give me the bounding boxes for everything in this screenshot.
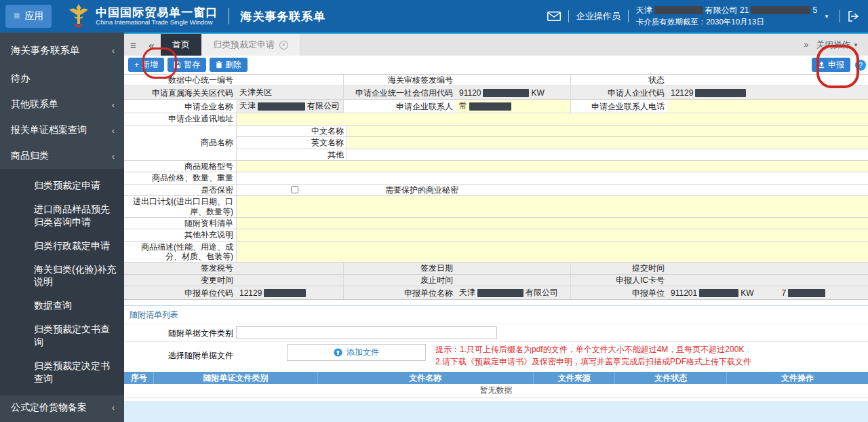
field-label: 选择随附单据文件: [124, 350, 236, 361]
app-menu-button[interactable]: ≡ 应用: [5, 5, 52, 28]
attachment-file-type-input[interactable]: [236, 326, 497, 339]
brand-block: 中国国际贸易单一窗口 China International Trade Sin…: [96, 6, 218, 26]
contact-person-input[interactable]: 常: [456, 100, 570, 113]
brand-title: 中国国际贸易单一窗口: [96, 6, 218, 20]
add-file-label: 添加文件: [347, 347, 379, 358]
header-divider: [840, 10, 840, 22]
declare-unit-field: 911201KW 7: [667, 286, 868, 299]
goods-name-other-input[interactable]: [347, 149, 868, 160]
empty-table-row: 暂无数据: [124, 384, 868, 398]
chevron-left-icon: ‹: [112, 151, 115, 161]
preruling-form: 数据中心统一编号 海关审核签发编号 状态 申请直属海关关区代码 天津关区 申请企…: [124, 74, 868, 300]
field-label: 商品描述(性能、用途、成分、材质、包装等): [124, 242, 236, 263]
redaction-box: [469, 102, 511, 111]
save-label: 暂存: [184, 59, 200, 71]
tab-scroll-right-icon[interactable]: »: [804, 40, 808, 50]
tab-close-icon[interactable]: ×: [279, 41, 288, 50]
goods-name-cn-input[interactable]: [347, 126, 868, 136]
upload-hint-line2: 2.请下载《预裁定申请书》及保密申明，填写并盖章完成后扫描成PDF格式上传下载文…: [435, 356, 868, 368]
main-area: ≡ « 首页 归类预裁定申请 × » 关闭操作 ▼: [124, 33, 868, 422]
goods-description-input[interactable]: [236, 242, 868, 263]
tab-bar-right: » 关闭操作 ▼: [804, 34, 868, 56]
field-label: 申请企业统一社会信用代码: [343, 86, 456, 99]
tab-label: 首页: [172, 39, 190, 51]
field-label: 签发日期: [343, 263, 456, 273]
confidential-checkbox[interactable]: [291, 186, 298, 193]
upload-icon: [818, 61, 825, 69]
submenu-item-classification-admin-ruling[interactable]: 归类行政裁定申请: [0, 234, 124, 258]
submenu-item-import-sample-preclassification[interactable]: 进口商品样品预先归类咨询申请: [0, 197, 124, 234]
field-label: 数据中心统一编号: [124, 75, 236, 85]
field-label: 海关审核签发编号: [343, 75, 456, 85]
column-header-file-source: 文件来源: [533, 372, 615, 384]
company-address-input[interactable]: [236, 113, 868, 124]
goods-name-en-input[interactable]: [347, 137, 868, 148]
field-label: 随附单据文件类别: [124, 328, 236, 339]
attachment-section-title: 随附清单列表: [124, 306, 868, 324]
field-label: 商品规格型号: [124, 161, 236, 172]
sidebar-item-commodity-classification[interactable]: 商品归类 ‹: [0, 143, 124, 169]
sidebar-item-declaration-archive-query[interactable]: 报关单证档案查询 ‹: [0, 117, 124, 143]
customs-district-field: 天津关区: [236, 86, 343, 99]
help-icon[interactable]: ?: [855, 60, 866, 71]
add-file-button[interactable]: 添加文件: [287, 344, 426, 361]
submenu-item-customs-classification-supplement[interactable]: 海关归类(化验)补充说明: [0, 258, 124, 294]
tab-home[interactable]: 首页: [161, 34, 201, 56]
column-header-file-name: 文件名称: [317, 372, 533, 384]
sidebar-item-other-contact-forms[interactable]: 其他联系单 ‹: [0, 92, 124, 117]
empty-data-text: 暂无数据: [124, 384, 868, 398]
field-label: 申请企业联系人电话: [570, 100, 667, 113]
tab-menu-icon[interactable]: ≡: [124, 34, 142, 56]
import-export-plan-input[interactable]: [236, 196, 868, 217]
add-button[interactable]: + 新增: [128, 58, 164, 72]
submenu-item-preruling-decision-query[interactable]: 归类预裁定决定书查询: [0, 354, 124, 391]
tab-classification-preruling[interactable]: 归类预裁定申请 ×: [201, 34, 300, 56]
header-divider: [568, 10, 569, 22]
close-operations-dropdown[interactable]: 关闭操作 ▼: [816, 39, 859, 51]
declare-button[interactable]: 申报: [812, 58, 850, 72]
trash-icon: [216, 61, 222, 69]
field-label: 进出口计划(进出口日期、口岸、数量等): [124, 196, 236, 217]
top-header: ≡ 应用 中国国际贸易单一窗口 China International Trad…: [0, 0, 868, 33]
submenu-item-preruling-document-query[interactable]: 归类预裁定文书查询: [0, 318, 124, 354]
delete-button[interactable]: 删除: [210, 58, 248, 72]
applicant-company-code-field: 12129: [667, 86, 868, 99]
sidebar-item-formula-pricing-record[interactable]: 公式定价货物备案 ‹: [0, 395, 124, 421]
declare-unit-code-field: 12129: [236, 286, 343, 299]
sidebar-item-customs-contact-form[interactable]: 海关事务联系单 ‹: [0, 33, 124, 66]
field-label: 其他: [237, 149, 347, 160]
company-name-part: 5: [812, 4, 817, 16]
contact-phone-input[interactable]: [667, 100, 868, 113]
tab-bar: ≡ « 首页 归类预裁定申请 × » 关闭操作 ▼: [124, 34, 868, 56]
upload-hint-text: 提示：1.只可上传后缀名为pdf的文件，单个文件大小不能超过4M，且每页不超过2…: [433, 344, 868, 368]
column-header-seq: 序号: [124, 372, 154, 384]
user-role-label[interactable]: 企业操作员: [576, 10, 620, 22]
other-notes-input[interactable]: [236, 229, 868, 240]
mail-icon[interactable]: [547, 12, 561, 21]
trade-secret-input[interactable]: [461, 185, 868, 195]
field-label: 申请企业名称: [124, 100, 236, 113]
goods-price-qty-weight-input[interactable]: [236, 172, 868, 183]
sidebar-item-todo[interactable]: 待办: [0, 66, 124, 92]
status-field: [667, 75, 868, 85]
redaction-box: [788, 289, 825, 297]
chevron-down-icon[interactable]: ▼: [824, 14, 829, 20]
field-label: 随附资料清单: [124, 218, 236, 229]
logout-icon[interactable]: [848, 11, 860, 22]
tab-label: 归类预裁定申请: [213, 39, 275, 51]
attachment-table-header-row: 序号 随附单证文件类别 文件名称 文件来源 文件状态 文件操作: [124, 372, 868, 384]
redaction-box: [483, 89, 529, 97]
field-label: 是否保密: [124, 185, 236, 195]
redaction-box: [477, 289, 524, 297]
submenu-item-data-query[interactable]: 数据查询: [0, 294, 124, 318]
goods-spec-model-input[interactable]: [236, 161, 868, 172]
field-label: 需要保护的商业秘密: [343, 185, 461, 195]
submenu-item-classification-preruling-apply[interactable]: 归类预裁定申请: [0, 174, 124, 197]
toolbar-right: 申报 ?: [812, 58, 864, 72]
attached-materials-list-input[interactable]: [236, 218, 868, 229]
save-draft-button[interactable]: 暂存: [167, 58, 206, 72]
company-info: 天津 有限公司 21 5 卡介质有效期截至：2030年10月13日: [636, 4, 817, 28]
tab-scroll-left-icon[interactable]: «: [142, 34, 161, 56]
declare-unit-name-field: 天津有限公司: [456, 286, 570, 299]
change-time-field: [236, 275, 343, 286]
